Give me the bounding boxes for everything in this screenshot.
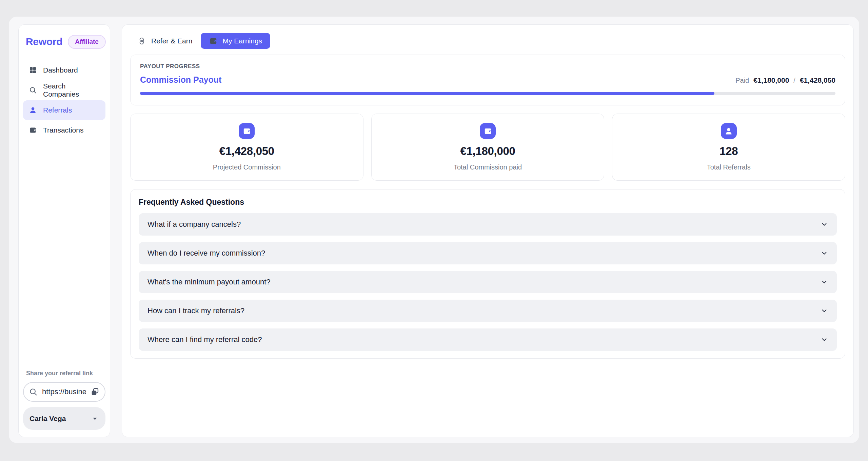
tab-row: Refer & Earn My Earnings bbox=[122, 25, 853, 49]
faq-question: What's the minimum payout amount? bbox=[147, 278, 270, 286]
stat-value: €1,180,000 bbox=[372, 145, 604, 158]
wallet-icon bbox=[239, 123, 255, 139]
sidebar-item-dashboard[interactable]: Dashboard bbox=[23, 60, 105, 80]
share-referral-label: Share your referral link bbox=[23, 370, 105, 377]
user-name: Carla Vega bbox=[29, 415, 66, 423]
progress-track bbox=[140, 92, 835, 95]
user-icon bbox=[721, 123, 737, 139]
faq-title: Frequently Asked Questions bbox=[139, 198, 837, 207]
chevron-down-icon bbox=[91, 415, 99, 422]
sidebar-item-label: Search Companies bbox=[43, 82, 100, 98]
tab-refer-earn[interactable]: Refer & Earn bbox=[130, 33, 199, 49]
link-icon bbox=[137, 37, 146, 45]
faq-question: How can I track my referrals? bbox=[147, 306, 244, 315]
sidebar-bottom: Share your referral link https://busines… bbox=[19, 370, 110, 437]
stats-row: €1,428,050 Projected Commission €1,180,0… bbox=[130, 114, 845, 181]
payout-eyebrow: PAYOUT PROGRESS bbox=[140, 63, 835, 70]
wallet-icon bbox=[480, 123, 496, 139]
stat-value: €1,428,050 bbox=[131, 145, 363, 158]
app-panel: Reword Affiliate Dashboard Search Compan… bbox=[9, 17, 859, 443]
stat-value: 128 bbox=[612, 145, 845, 158]
total-amount: €1,428,050 bbox=[800, 76, 835, 84]
referral-link-input[interactable]: https://business bbox=[23, 382, 105, 402]
logo-row: Reword Affiliate bbox=[19, 25, 110, 60]
search-icon bbox=[29, 387, 38, 396]
faq-row[interactable]: How can I track my referrals? bbox=[139, 300, 837, 322]
sidebar: Reword Affiliate Dashboard Search Compan… bbox=[18, 24, 110, 437]
faq-row[interactable]: What if a company cancels? bbox=[139, 213, 837, 236]
sidebar-item-label: Dashboard bbox=[43, 66, 78, 74]
user-select[interactable]: Carla Vega bbox=[23, 407, 105, 430]
tab-label: Refer & Earn bbox=[151, 37, 192, 45]
sidebar-nav: Dashboard Search Companies Referrals Tra… bbox=[19, 60, 110, 140]
amount-separator: / bbox=[793, 77, 795, 84]
chevron-down-icon bbox=[821, 249, 828, 257]
progress-fill bbox=[140, 92, 714, 95]
chevron-down-icon bbox=[821, 278, 828, 286]
stat-card-total-commission-paid: €1,180,000 Total Commission paid bbox=[371, 114, 605, 181]
faq-question: When do I receive my commission? bbox=[147, 249, 265, 258]
sidebar-item-search-companies[interactable]: Search Companies bbox=[23, 80, 105, 100]
tab-label: My Earnings bbox=[222, 37, 262, 45]
faq-row[interactable]: What's the minimum payout amount? bbox=[139, 271, 837, 293]
stat-card-total-referrals: 128 Total Referrals bbox=[612, 114, 845, 181]
sidebar-item-label: Transactions bbox=[43, 126, 83, 134]
chevron-down-icon bbox=[821, 336, 828, 343]
paid-amount: €1,180,000 bbox=[753, 76, 789, 84]
faq-row[interactable]: When do I receive my commission? bbox=[139, 242, 837, 264]
wallet-icon bbox=[209, 37, 218, 45]
faq-question: Where can I find my referral code? bbox=[147, 335, 262, 344]
sidebar-item-referrals[interactable]: Referrals bbox=[23, 100, 105, 120]
user-icon bbox=[29, 106, 37, 114]
chevron-down-icon bbox=[821, 307, 828, 315]
stat-card-projected-commission: €1,428,050 Projected Commission bbox=[130, 114, 363, 181]
wallet-icon bbox=[29, 126, 37, 134]
paid-label: Paid bbox=[735, 77, 749, 84]
sidebar-item-transactions[interactable]: Transactions bbox=[23, 120, 105, 140]
stat-label: Projected Commission bbox=[131, 163, 363, 171]
grid-icon bbox=[29, 66, 37, 74]
paid-summary: Paid €1,180,000 / €1,428,050 bbox=[735, 76, 835, 84]
payout-title: Commission Payout bbox=[140, 75, 221, 85]
referral-link-value: https://business bbox=[42, 387, 86, 396]
search-icon bbox=[29, 86, 37, 94]
affiliate-badge: Affiliate bbox=[68, 35, 106, 49]
main-content: Refer & Earn My Earnings PAYOUT PROGRESS… bbox=[122, 24, 854, 437]
tab-my-earnings[interactable]: My Earnings bbox=[201, 33, 270, 49]
faq-row[interactable]: Where can I find my referral code? bbox=[139, 328, 837, 351]
faq-question: What if a company cancels? bbox=[147, 220, 241, 229]
stat-label: Total Commission paid bbox=[372, 163, 604, 171]
faq-card: Frequently Asked Questions What if a com… bbox=[130, 189, 845, 359]
payout-progress-card: PAYOUT PROGRESS Commission Payout Paid €… bbox=[130, 55, 845, 105]
copy-icon[interactable] bbox=[90, 387, 100, 397]
chevron-down-icon bbox=[821, 221, 828, 228]
brand-logo: Reword bbox=[26, 36, 62, 47]
stat-label: Total Referrals bbox=[612, 163, 845, 171]
sidebar-item-label: Referrals bbox=[43, 106, 72, 114]
